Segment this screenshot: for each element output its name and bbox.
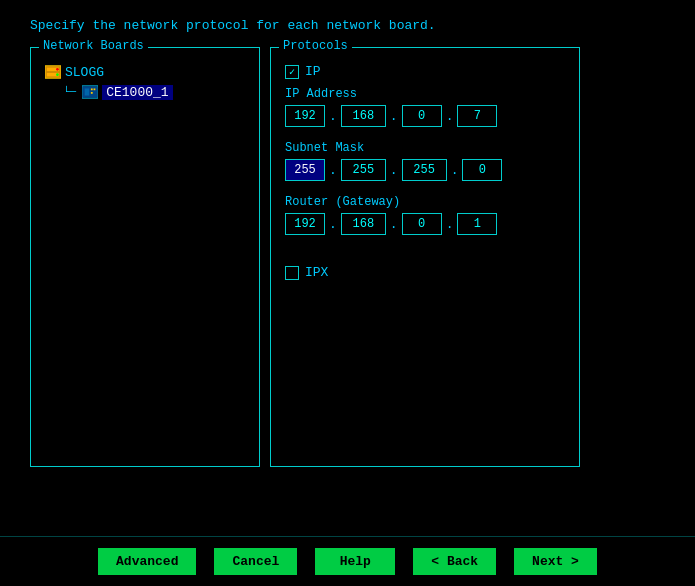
- subnet-dot-1: .: [327, 163, 339, 178]
- router-gateway-fields: . . .: [285, 213, 565, 235]
- svg-point-3: [56, 68, 59, 71]
- subnet-mask-fields: . . .: [285, 159, 565, 181]
- back-button[interactable]: < Back: [413, 548, 496, 575]
- ip-dot-1: .: [327, 109, 339, 124]
- tree-item-slogg[interactable]: SLOGG: [45, 62, 245, 82]
- protocol-section: IP IP Address . . . Subnet Mask: [277, 54, 573, 290]
- subnet-octet-3[interactable]: [402, 159, 447, 181]
- router-octet-2[interactable]: [341, 213, 386, 235]
- svg-rect-10: [91, 92, 93, 94]
- ip-address-section: IP Address . . .: [285, 87, 565, 127]
- tree-item-slogg-label: SLOGG: [65, 65, 104, 80]
- tree-area: SLOGG └─ CE1000_1: [37, 54, 253, 460]
- tree-item-ce1000[interactable]: └─ CE1000_1: [63, 82, 245, 102]
- network-boards-label: Network Boards: [39, 39, 148, 53]
- board-icon: [82, 84, 98, 100]
- server-icon: [45, 64, 61, 80]
- page-title: Specify the network protocol for each ne…: [0, 0, 695, 43]
- router-octet-3[interactable]: [402, 213, 442, 235]
- subnet-octet-2[interactable]: [341, 159, 386, 181]
- ip-address-label: IP Address: [285, 87, 565, 101]
- router-dot-1: .: [327, 217, 339, 232]
- ip-address-fields: . . .: [285, 105, 565, 127]
- router-octet-1[interactable]: [285, 213, 325, 235]
- router-dot-2: .: [388, 217, 400, 232]
- subnet-octet-1[interactable]: [285, 159, 325, 181]
- subnet-dot-2: .: [388, 163, 400, 178]
- subnet-dot-3: .: [449, 163, 461, 178]
- subnet-mask-section: Subnet Mask . . .: [285, 141, 565, 181]
- cancel-button[interactable]: Cancel: [214, 548, 297, 575]
- svg-rect-8: [91, 88, 93, 90]
- router-gateway-label: Router (Gateway): [285, 195, 565, 209]
- ipx-checkbox-row: IPX: [285, 265, 565, 280]
- ipx-checkbox[interactable]: [285, 266, 299, 280]
- ip-dot-2: .: [388, 109, 400, 124]
- svg-rect-7: [85, 88, 89, 95]
- tree-connector: └─: [63, 86, 76, 98]
- ip-octet-1[interactable]: [285, 105, 325, 127]
- ip-checkbox[interactable]: [285, 65, 299, 79]
- ip-octet-2[interactable]: [341, 105, 386, 127]
- protocols-label: Protocols: [279, 39, 352, 53]
- help-button[interactable]: Help: [315, 548, 395, 575]
- ip-label: IP: [305, 64, 321, 79]
- svg-rect-9: [94, 88, 96, 90]
- router-dot-3: .: [444, 217, 456, 232]
- router-octet-4[interactable]: [457, 213, 497, 235]
- next-button[interactable]: Next >: [514, 548, 597, 575]
- tree-item-ce1000-label: CE1000_1: [102, 85, 172, 100]
- svg-point-4: [56, 73, 59, 76]
- ip-dot-3: .: [444, 109, 456, 124]
- ip-octet-3[interactable]: [402, 105, 442, 127]
- advanced-button[interactable]: Advanced: [98, 548, 196, 575]
- ip-octet-4[interactable]: [457, 105, 497, 127]
- router-gateway-section: Router (Gateway) . . .: [285, 195, 565, 235]
- ipx-label: IPX: [305, 265, 328, 280]
- ip-checkbox-row: IP: [285, 64, 565, 79]
- subnet-octet-4[interactable]: [462, 159, 502, 181]
- protocols-panel: Protocols IP IP Address . . .: [270, 47, 580, 467]
- bottom-bar: Advanced Cancel Help < Back Next >: [0, 536, 695, 586]
- subnet-mask-label: Subnet Mask: [285, 141, 565, 155]
- network-boards-panel: Network Boards SLOGG └─: [30, 47, 260, 467]
